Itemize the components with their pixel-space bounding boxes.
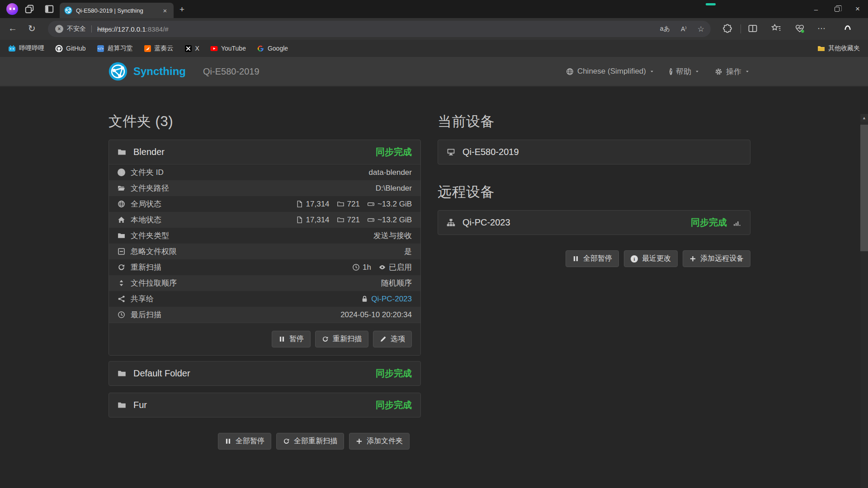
browser-tab[interactable]: Qi-E580-2019 | Syncthing × bbox=[60, 3, 174, 18]
folder-panel-header[interactable]: Blender 同步完成 bbox=[109, 140, 420, 164]
bookmark-label: 哔哩哔哩 bbox=[19, 44, 44, 52]
reload-button[interactable]: ↻ bbox=[28, 23, 36, 34]
github-favicon bbox=[55, 45, 63, 52]
other-favorites[interactable]: 其他收藏夹 bbox=[817, 44, 860, 52]
add-folder-button[interactable]: 添加文件夹 bbox=[349, 433, 410, 450]
back-button[interactable]: ← bbox=[8, 23, 17, 33]
button-label: 选项 bbox=[391, 334, 405, 344]
folder-favorites-icon bbox=[817, 45, 825, 52]
url-host: ://127.0.0.1 bbox=[112, 25, 146, 33]
folder-status: 同步完成 bbox=[376, 367, 412, 380]
detail-values: 1h已启用 bbox=[352, 262, 412, 272]
not-secure-icon[interactable]: × bbox=[55, 25, 63, 33]
detail-value-text: 已启用 bbox=[389, 262, 412, 272]
scroll-up-icon[interactable]: ▲ bbox=[860, 114, 868, 122]
tab-close-icon[interactable]: × bbox=[161, 7, 169, 14]
url-rest: :8384/# bbox=[146, 25, 169, 33]
help-menu[interactable]: ?帮助 bbox=[670, 66, 699, 77]
detail-values: Qi-PC-2023 bbox=[361, 295, 412, 304]
remote-devices-heading: 远程设备 bbox=[438, 183, 750, 202]
remote-device-name: Qi-PC-2023 bbox=[462, 217, 510, 228]
share-icon bbox=[118, 295, 125, 303]
options-button[interactable]: 选项 bbox=[373, 331, 412, 347]
translate-icon[interactable]: aあ bbox=[660, 25, 670, 33]
detail-value-part: 是 bbox=[404, 246, 412, 257]
actions-menu[interactable]: 操作 bbox=[715, 66, 750, 77]
detail-value-text: ~13.2 GiB bbox=[377, 216, 412, 225]
extensions-icon[interactable] bbox=[722, 23, 732, 33]
folder-status: 同步完成 bbox=[376, 399, 412, 411]
detail-value-part[interactable]: Qi-PC-2023 bbox=[361, 295, 412, 304]
pause-all-folders-button[interactable]: 全部暂停 bbox=[218, 433, 271, 450]
bookmark-X[interactable]: X bbox=[184, 45, 199, 52]
folders-column: 文件夹 (3) Blender 同步完成 i文件夹 IDdata-blender… bbox=[108, 112, 421, 450]
bookmark-YouTube[interactable]: YouTube bbox=[210, 45, 246, 52]
rescan-all-button[interactable]: 全部重新扫描 bbox=[276, 433, 344, 450]
new-tab-button[interactable]: + bbox=[179, 5, 184, 14]
detail-row: 重新扫描1h已启用 bbox=[109, 259, 420, 275]
bookmark-蓝奏云[interactable]: 蓝奏云 bbox=[144, 44, 174, 52]
bookmark-超算习堂[interactable]: 超算习堂 bbox=[97, 44, 133, 52]
eye-icon bbox=[378, 263, 386, 271]
pause-button[interactable]: 暂停 bbox=[272, 331, 311, 347]
detail-values: D:\Blender bbox=[376, 184, 412, 193]
restore-button[interactable] bbox=[826, 0, 847, 18]
read-aloud-icon[interactable]: A⁾ bbox=[681, 25, 687, 33]
bookmark-label: X bbox=[195, 45, 199, 52]
copilot-icon[interactable] bbox=[842, 23, 854, 34]
info-circle-icon: i bbox=[631, 255, 638, 263]
toolbar-separator bbox=[741, 24, 741, 33]
bookmark-Google[interactable]: Google bbox=[257, 45, 288, 52]
favorites-icon[interactable] bbox=[771, 23, 781, 33]
refresh-icon bbox=[322, 336, 329, 343]
rescan-button[interactable]: 重新扫描 bbox=[315, 331, 368, 347]
vertical-tabs-icon[interactable] bbox=[44, 4, 54, 14]
address-bar[interactable]: × 不安全 https://127.0.0.1:8384/# aあ A⁾ ☆ bbox=[48, 21, 711, 37]
button-label: 重新扫描 bbox=[333, 334, 362, 344]
pause-all-devices-button[interactable]: 全部暂停 bbox=[566, 250, 619, 267]
profile-avatar[interactable] bbox=[6, 3, 18, 15]
devices-footer: 全部暂停i最近更改添加远程设备 bbox=[438, 250, 750, 267]
detail-label: 共享给 bbox=[118, 294, 154, 304]
local-device-name: Qi-E580-2019 bbox=[462, 147, 519, 157]
detail-row: 文件夹类型发送与接收 bbox=[109, 228, 420, 244]
bookmark-GitHub[interactable]: GitHub bbox=[55, 45, 86, 52]
pause-icon bbox=[225, 438, 231, 445]
page-scrollbar[interactable]: ▲ ▼ bbox=[860, 114, 868, 488]
split-screen-icon[interactable] bbox=[748, 23, 758, 33]
scrollbar-thumb[interactable] bbox=[860, 125, 868, 251]
detail-value-part: 已启用 bbox=[378, 262, 412, 272]
bookmark-哔哩哔哩[interactable]: 哔哩哔哩 bbox=[8, 44, 44, 52]
minimize-button[interactable]: – bbox=[806, 0, 826, 18]
menu-label: Chinese (Simplified) bbox=[577, 67, 646, 76]
bookmark-label: YouTube bbox=[221, 45, 246, 52]
close-button[interactable]: × bbox=[847, 0, 868, 18]
local-device-header[interactable]: Qi-E580-2019 bbox=[438, 140, 750, 164]
detail-value-text: 1h bbox=[363, 263, 371, 272]
detail-value-text[interactable]: Qi-PC-2023 bbox=[371, 295, 412, 304]
language-menu[interactable]: Chinese (Simplified) bbox=[566, 67, 654, 76]
folder-o-icon bbox=[337, 216, 344, 224]
detail-value-text: 721 bbox=[347, 216, 360, 225]
remote-device-header[interactable]: Qi-PC-2023 同步完成 bbox=[438, 211, 750, 235]
folder-panel-header[interactable]: Default Folder同步完成 bbox=[109, 361, 420, 385]
settings-menu-icon[interactable]: ⋯ bbox=[817, 23, 826, 33]
add-remote-device-button[interactable]: 添加远程设备 bbox=[683, 250, 750, 267]
detail-label: 最后扫描 bbox=[118, 310, 161, 320]
detail-value-text: D:\Blender bbox=[376, 184, 412, 193]
pause-icon bbox=[278, 336, 285, 343]
browser-essentials-icon[interactable] bbox=[795, 23, 805, 33]
folder-panel-header[interactable]: Fur同步完成 bbox=[109, 393, 420, 417]
detail-row: 共享给Qi-PC-2023 bbox=[109, 291, 420, 307]
devices-column: 当前设备 Qi-E580-2019 远程设备 Qi-PC-2023 同步完成 bbox=[438, 112, 750, 267]
recent-changes-button[interactable]: i最近更改 bbox=[624, 250, 678, 267]
detail-label: i文件夹 ID bbox=[118, 167, 164, 178]
detail-value-text: 17,314 bbox=[306, 200, 330, 209]
detail-values: 随机顺序 bbox=[381, 278, 412, 288]
favorite-star-icon[interactable]: ☆ bbox=[698, 24, 704, 34]
detail-value-part: 721 bbox=[337, 200, 360, 209]
detail-value-text: 是 bbox=[404, 246, 412, 257]
detail-value-part: 1h bbox=[352, 263, 371, 272]
button-label: 全部重新扫描 bbox=[294, 436, 337, 446]
workspaces-icon[interactable] bbox=[24, 4, 34, 14]
